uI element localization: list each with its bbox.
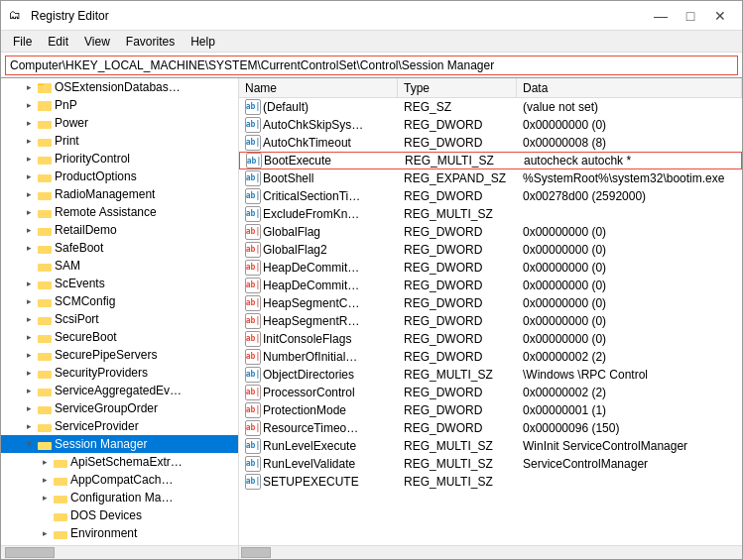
table-row[interactable]: ab| RunLevelValidate REG_MULTI_SZ Servic…	[239, 455, 742, 473]
col-header-name[interactable]: Name	[239, 78, 398, 97]
address-input[interactable]	[5, 56, 738, 75]
tree-item-serviceprovider[interactable]: ServiceProvider	[1, 417, 238, 435]
table-row[interactable]: ab| ResourceTimeo… REG_DWORD 0x00000096 …	[239, 419, 742, 437]
tree-item-osextension[interactable]: OSExtensionDatabas…	[1, 78, 238, 96]
maximize-button[interactable]: □	[677, 5, 704, 27]
table-row[interactable]: ab| SETUPEXECUTE REG_MULTI_SZ	[239, 473, 742, 491]
reg-icon-dword: ab|	[245, 331, 261, 347]
tree-label: RetailDemo	[55, 223, 117, 237]
table-row[interactable]: ab| HeapSegmentC… REG_DWORD 0x00000000 (…	[239, 294, 742, 312]
row-type-label: REG_DWORD	[404, 279, 482, 292]
reg-icon-dword: ab|	[245, 313, 261, 329]
table-row[interactable]: ab| HeapDeCommit… REG_DWORD 0x00000000 (…	[239, 259, 742, 277]
table-row[interactable]: ab| AutoChkTimeout REG_DWORD 0x00000008 …	[239, 134, 742, 152]
row-type-label: REG_DWORD	[404, 386, 482, 399]
tree-item-pnp[interactable]: PnP	[1, 96, 238, 114]
tree-item-secureboot[interactable]: SecureBoot	[1, 328, 238, 346]
title-bar-left: 🗂 Registry Editor	[9, 8, 109, 24]
row-type-label: REG_DWORD	[404, 225, 482, 239]
tree-item-dosdevices[interactable]: DOS Devices	[1, 506, 238, 524]
registry-editor-window: 🗂 Registry Editor — □ ✕ File Edit View F…	[0, 0, 743, 560]
menu-file[interactable]: File	[5, 33, 40, 51]
tree-item-remote-assistance[interactable]: Remote Assistance	[1, 203, 238, 221]
folder-icon	[53, 507, 68, 523]
row-type-label: REG_DWORD	[404, 403, 482, 417]
col-header-type[interactable]: Type	[398, 78, 517, 97]
td-name: ab| CriticalSectionTi…	[239, 187, 398, 204]
td-data: 0x00000000 (0)	[517, 312, 742, 329]
table-row[interactable]: ab| ProtectionMode REG_DWORD 0x00000001 …	[239, 401, 742, 419]
menu-help[interactable]: Help	[183, 33, 223, 51]
table-row[interactable]: ab| HeapDeCommit… REG_DWORD 0x00000000 (…	[239, 277, 742, 294]
tree-item-radiomanagement[interactable]: RadioManagement	[1, 185, 238, 203]
table-row[interactable]: ab| InitConsoleFlags REG_DWORD 0x0000000…	[239, 330, 742, 348]
table-row[interactable]: ab| BootShell REG_EXPAND_SZ %SystemRoot%…	[239, 169, 742, 187]
tree-item-scmconfig[interactable]: SCMConfig	[1, 292, 238, 310]
svg-rect-26	[54, 478, 67, 486]
sidebar-h-scrollbar[interactable]	[1, 546, 239, 559]
row-type-label: REG_DWORD	[404, 243, 482, 257]
td-name: ab| ResourceTimeo…	[239, 419, 398, 436]
menu-view[interactable]: View	[76, 33, 118, 51]
tree-item-scevents[interactable]: ScEvents	[1, 275, 238, 292]
row-name-label: RunLevelExecute	[263, 439, 356, 453]
table-row[interactable]: ab| GlobalFlag2 REG_DWORD 0x00000000 (0)	[239, 241, 742, 259]
row-name-label: ObjectDirectories	[263, 368, 354, 382]
row-type-label: REG_DWORD	[404, 118, 482, 132]
close-button[interactable]: ✕	[706, 5, 734, 27]
row-data-label: 0x00278d00 (2592000)	[523, 189, 646, 203]
tree-item-securepipeservers[interactable]: SecurePipeServers	[1, 346, 238, 364]
tree-item-productoptions[interactable]: ProductOptions	[1, 168, 238, 185]
table-row[interactable]: ab| GlobalFlag REG_DWORD 0x00000000 (0)	[239, 223, 742, 241]
td-name: ab| BootShell	[239, 169, 398, 186]
table-row[interactable]: ab| NumberOfInitial… REG_DWORD 0x0000000…	[239, 348, 742, 366]
table-row[interactable]: ab| BootExecute REG_MULTI_SZ autocheck a…	[239, 152, 742, 169]
tree-item-retaildemo[interactable]: RetailDemo	[1, 221, 238, 239]
svg-rect-16	[38, 299, 52, 307]
td-name: ab| HeapDeCommit…	[239, 277, 398, 293]
td-type: REG_DWORD	[398, 348, 517, 365]
tree-item-configurationma[interactable]: Configuration Ma…	[1, 489, 238, 506]
tree-item-apiset[interactable]: ApiSetSchemaExtr…	[1, 453, 238, 471]
reg-icon-ab: ab|	[245, 456, 261, 472]
content-h-scrollbar[interactable]	[239, 546, 742, 559]
row-type-label: REG_MULTI_SZ	[404, 439, 493, 453]
tree-item-environment[interactable]: Environment	[1, 524, 238, 542]
row-name-label: RunLevelValidate	[263, 457, 355, 471]
menu-edit[interactable]: Edit	[40, 33, 76, 51]
minimize-button[interactable]: —	[647, 5, 675, 27]
table-row[interactable]: ab| AutoChkSkipSys… REG_DWORD 0x00000000…	[239, 116, 742, 134]
tree-item-power[interactable]: Power	[1, 114, 238, 132]
tree-arrow	[37, 472, 53, 488]
tree-item-session-manager[interactable]: Session Manager	[1, 435, 238, 453]
table-row[interactable]: ab| ExcludeFromKn… REG_MULTI_SZ	[239, 205, 742, 223]
td-data: 0x00000000 (0)	[517, 116, 742, 133]
tree-item-prioritycontrol[interactable]: PriorityControl	[1, 150, 238, 168]
tree-item-print[interactable]: Print	[1, 132, 238, 150]
tree-item-servicegrouporder[interactable]: ServiceGroupOrder	[1, 399, 238, 417]
tree-item-securityproviders[interactable]: SecurityProviders	[1, 364, 238, 382]
table-row[interactable]: ab| RunLevelExecute REG_MULTI_SZ WinInit…	[239, 437, 742, 455]
table-row[interactable]: ab| HeapSegmentR… REG_DWORD 0x00000000 (…	[239, 312, 742, 330]
table-row[interactable]: ab| ObjectDirectories REG_MULTI_SZ \Wind…	[239, 366, 742, 384]
tree-label: SecureBoot	[55, 330, 117, 344]
svg-rect-13	[38, 246, 52, 254]
tree-item-safeboot[interactable]: SafeBoot	[1, 239, 238, 257]
td-name: ab| AutoChkTimeout	[239, 134, 398, 151]
tree-label: Environment	[70, 526, 137, 540]
col-header-data[interactable]: Data	[517, 78, 742, 97]
td-data: %SystemRoot%\system32\bootim.exe	[517, 169, 742, 186]
tree-item-serviceaggregated[interactable]: ServiceAggregatedEv…	[1, 382, 238, 399]
tree-arrow	[37, 490, 53, 505]
tree-item-scsiport[interactable]: ScsiPort	[1, 310, 238, 328]
table-row[interactable]: ab| (Default) REG_SZ (value not set)	[239, 98, 742, 116]
folder-icon	[37, 276, 53, 291]
tree-item-sam[interactable]: SAM	[1, 257, 238, 275]
tree-item-appcompatchache[interactable]: AppCompatCach…	[1, 471, 238, 489]
menu-favorites[interactable]: Favorites	[118, 33, 183, 51]
tree-arrow	[21, 400, 37, 416]
table-row[interactable]: ab| ProcessorControl REG_DWORD 0x0000000…	[239, 384, 742, 401]
table-row[interactable]: ab| CriticalSectionTi… REG_DWORD 0x00278…	[239, 187, 742, 205]
folder-icon	[37, 79, 53, 95]
svg-rect-17	[38, 317, 52, 325]
